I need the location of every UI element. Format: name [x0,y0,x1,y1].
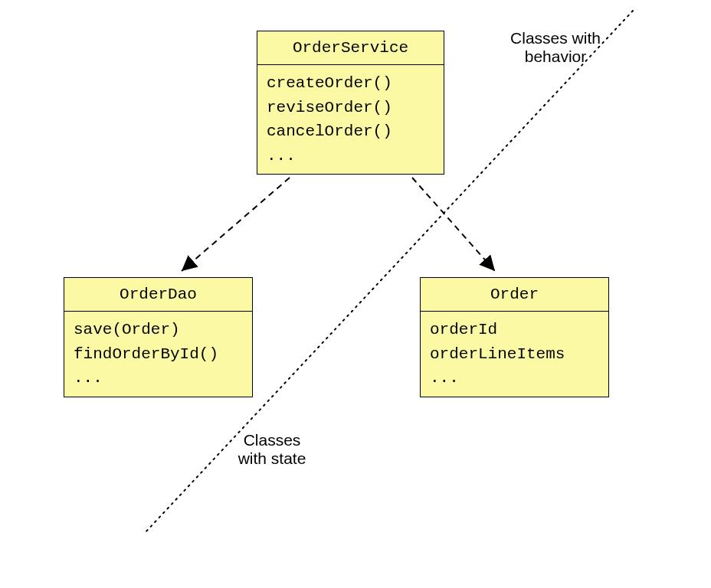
class-body: createOrder() reviseOrder() cancelOrder(… [257,65,444,174]
class-header: OrderService [257,31,444,65]
label-line: Classes with [487,29,624,47]
class-order-dao: OrderDao save(Order) findOrderById() ... [64,277,253,397]
class-member: orderId [430,318,599,342]
label-line: behavior [487,47,624,66]
class-header: OrderDao [64,278,252,312]
label-behavior: Classes with behavior [487,29,624,66]
class-body: save(Order) findOrderById() ... [64,312,252,397]
dependency-arrow-dao [182,178,290,271]
class-header: Order [421,278,608,312]
class-member: createOrder() [267,71,434,96]
class-member: ... [430,366,599,390]
class-member: ... [74,366,243,390]
class-body: orderId orderLineItems ... [421,312,608,397]
class-order: Order orderId orderLineItems ... [420,277,609,397]
label-line: with state [226,449,318,468]
class-member: reviseOrder() [267,96,434,120]
class-member: cancelOrder() [267,119,434,144]
label-state: Classes with state [226,431,318,468]
class-member: findOrderById() [74,342,243,367]
class-member: orderLineItems [430,342,599,367]
dependency-arrow-order [412,178,495,271]
class-member: ... [267,144,434,168]
class-member: save(Order) [74,318,243,342]
label-line: Classes [226,431,318,449]
class-order-service: OrderService createOrder() reviseOrder()… [257,31,444,175]
